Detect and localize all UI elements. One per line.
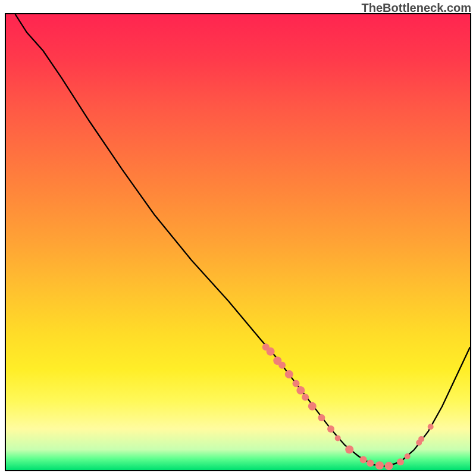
data-point <box>296 386 305 394</box>
chart-container: TheBottleneck.com <box>0 0 476 476</box>
bottleneck-curve <box>15 14 470 466</box>
data-point <box>285 370 293 378</box>
data-point <box>428 424 434 430</box>
data-point <box>318 414 325 421</box>
data-point <box>375 461 384 469</box>
plot-area <box>5 13 471 471</box>
data-point <box>367 460 374 467</box>
watermark-text: TheBottleneck.com <box>362 1 471 15</box>
data-point <box>267 347 275 356</box>
data-point <box>345 446 353 454</box>
data-point <box>302 393 309 400</box>
data-point <box>360 456 367 463</box>
data-point <box>385 462 393 470</box>
data-point <box>327 425 334 433</box>
chart-svg <box>6 14 470 470</box>
data-point <box>335 435 341 441</box>
data-point <box>418 436 424 442</box>
data-point <box>397 458 404 465</box>
data-point <box>278 362 286 369</box>
data-point <box>308 402 317 411</box>
data-point <box>293 380 300 387</box>
data-point <box>405 453 411 459</box>
